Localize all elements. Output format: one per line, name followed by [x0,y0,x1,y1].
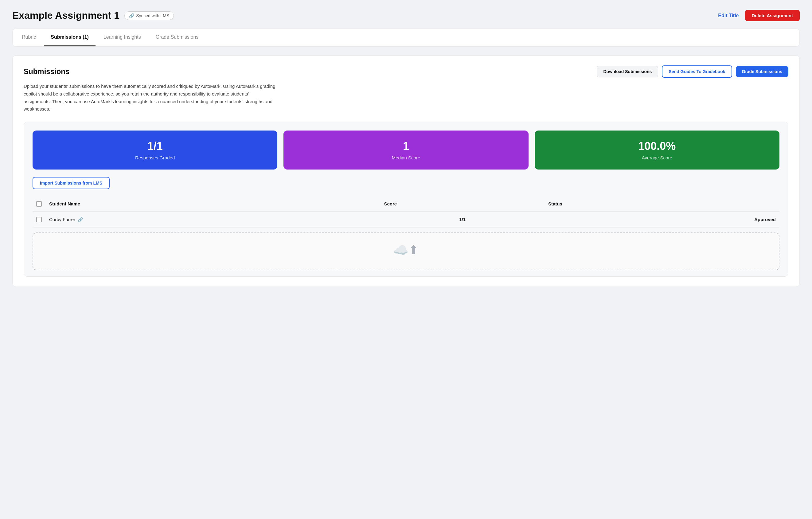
header-right: Edit Title Delete Assignment [718,10,800,21]
table-body: Corby Furrer 🔗 1/1 Approved [33,211,779,228]
responses-graded-label: Responses Graded [39,155,271,160]
th-checkbox [33,197,46,211]
student-link-icon[interactable]: 🔗 [78,217,83,222]
responses-graded-value: 1/1 [39,140,271,153]
select-all-checkbox[interactable] [36,201,42,207]
tab-grade-submissions[interactable]: Grade Submissions [149,29,205,47]
student-name: Corby Furrer [49,217,75,222]
median-score-value: 1 [290,140,522,153]
lms-badge-label: Synced with LMS [136,13,169,18]
main-content: Submissions Download Submissions Send Gr… [12,55,800,287]
average-score-label: Average Score [541,155,773,160]
import-submissions-button[interactable]: Import Submissions from LMS [33,177,110,189]
stats-cards: 1/1 Responses Graded 1 Median Score 100.… [33,131,779,170]
tabs-container: Rubric Submissions (1) Learning Insights… [12,29,800,47]
download-submissions-button[interactable]: Download Submissions [597,66,658,77]
upload-area[interactable]: ☁️⬆ [33,232,779,270]
status-cell: Approved [545,211,779,228]
median-score-card: 1 Median Score [284,131,528,170]
table-row: Corby Furrer 🔗 1/1 Approved [33,211,779,228]
row-checkbox[interactable] [36,217,42,222]
tab-submissions[interactable]: Submissions (1) [44,29,95,47]
header-left: Example Assignment 1 🔗 Synced with LMS [12,10,174,21]
send-grades-button[interactable]: Send Grades To Gradebook [662,65,732,78]
submissions-description: Upload your students' submissions to hav… [24,83,276,113]
average-score-value: 100.0% [541,140,773,153]
student-name-cell: Corby Furrer 🔗 [46,211,380,228]
delete-assignment-button[interactable]: Delete Assignment [745,10,800,21]
grade-submissions-button[interactable]: Grade Submissions [736,66,788,77]
responses-graded-card: 1/1 Responses Graded [33,131,277,170]
page-header: Example Assignment 1 🔗 Synced with LMS E… [12,10,800,21]
stats-inner-container: 1/1 Responses Graded 1 Median Score 100.… [24,122,788,277]
lms-synced-badge[interactable]: 🔗 Synced with LMS [124,11,174,20]
th-student-name: Student Name [46,197,380,211]
th-status: Status [545,197,779,211]
score-cell: 1/1 [380,211,545,228]
link-icon: 🔗 [129,13,134,18]
row-checkbox-cell [33,211,46,228]
tab-rubric[interactable]: Rubric [15,29,43,47]
average-score-card: 100.0% Average Score [535,131,779,170]
tab-learning-insights[interactable]: Learning Insights [97,29,148,47]
submissions-table: Student Name Score Status Corby Furrer 🔗 [33,197,779,228]
submissions-section-title: Submissions [24,67,69,76]
submissions-header: Submissions Download Submissions Send Gr… [24,65,788,78]
upload-cloud-icon: ☁️⬆ [43,243,769,257]
table-header: Student Name Score Status [33,197,779,211]
page-title: Example Assignment 1 [12,10,119,21]
th-score: Score [380,197,545,211]
edit-title-button[interactable]: Edit Title [718,13,738,19]
median-score-label: Median Score [290,155,522,160]
header-actions: Download Submissions Send Grades To Grad… [597,65,788,78]
